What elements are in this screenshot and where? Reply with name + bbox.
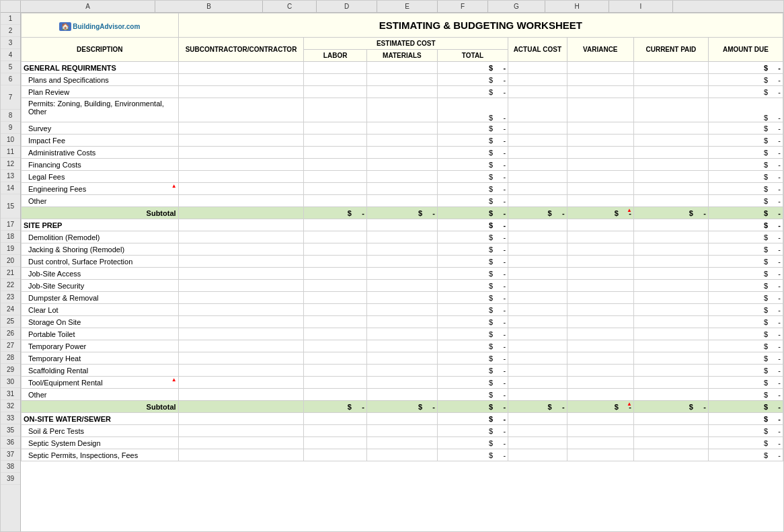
row6-i[interactable]: $ -: [708, 86, 783, 98]
row39-c[interactable]: [304, 449, 366, 461]
row23-b[interactable]: [178, 280, 304, 292]
row25-c[interactable]: [304, 304, 366, 316]
row24-e[interactable]: $ -: [437, 292, 508, 304]
row19-label[interactable]: Demolition (Remodel): [22, 231, 179, 243]
row5-f[interactable]: [508, 74, 567, 86]
row10-e[interactable]: $ -: [437, 147, 508, 159]
row6-h[interactable]: [633, 86, 708, 98]
row31-b[interactable]: [178, 377, 304, 389]
row29-g[interactable]: [567, 352, 633, 365]
row19-g[interactable]: [567, 231, 633, 243]
col-header-i[interactable]: I: [609, 1, 673, 12]
row26-f[interactable]: [508, 316, 567, 328]
row6-g[interactable]: [567, 86, 633, 98]
row12-label[interactable]: Legal Fees: [22, 171, 179, 183]
row7-i[interactable]: $ -: [708, 98, 783, 122]
row39-i[interactable]: $ -: [708, 449, 783, 461]
row21-d[interactable]: [366, 256, 437, 268]
row13-e[interactable]: $ -: [437, 183, 508, 195]
row30-label[interactable]: Scaffolding Rental: [22, 365, 179, 377]
row10-label[interactable]: Administrative Costs: [22, 147, 179, 159]
col-header-f[interactable]: F: [438, 1, 488, 12]
row11-f[interactable]: [508, 159, 567, 171]
row8-b[interactable]: [178, 122, 304, 135]
row37-e[interactable]: $ -: [437, 425, 508, 437]
row29-c[interactable]: [304, 352, 366, 365]
row12-b[interactable]: [178, 171, 304, 183]
row5-b[interactable]: [178, 74, 304, 86]
row14-c[interactable]: [304, 195, 366, 207]
row10-d[interactable]: [366, 147, 437, 159]
row22-f[interactable]: [508, 268, 567, 280]
row11-c[interactable]: [304, 159, 366, 171]
row13-i[interactable]: $ -: [708, 183, 783, 195]
row12-f[interactable]: [508, 171, 567, 183]
row19-i[interactable]: $ -: [708, 231, 783, 243]
row30-b[interactable]: [178, 365, 304, 377]
row5-d[interactable]: [366, 74, 437, 86]
row12-g[interactable]: [567, 171, 633, 183]
row7-e[interactable]: $ -: [437, 98, 508, 122]
sp18-d[interactable]: [366, 219, 437, 231]
row27-f[interactable]: [508, 328, 567, 340]
row13-b[interactable]: [178, 183, 304, 195]
row13-h[interactable]: [633, 183, 708, 195]
row23-h[interactable]: [633, 280, 708, 292]
row8-label[interactable]: Survey: [22, 122, 179, 135]
row32-label[interactable]: Other: [22, 389, 179, 401]
row14-e[interactable]: $ -: [437, 195, 508, 207]
row12-i[interactable]: $ -: [708, 171, 783, 183]
row39-d[interactable]: [366, 449, 437, 461]
row14-label[interactable]: Other: [22, 195, 179, 207]
sp18-i[interactable]: $ -: [708, 219, 783, 231]
row24-g[interactable]: [567, 292, 633, 304]
row31-g[interactable]: [567, 377, 633, 389]
row20-c[interactable]: [304, 243, 366, 256]
row19-c[interactable]: [304, 231, 366, 243]
row13-label[interactable]: Engineering Fees ▲: [22, 183, 179, 195]
row22-b[interactable]: [178, 268, 304, 280]
row23-e[interactable]: $ -: [437, 280, 508, 292]
row23-g[interactable]: [567, 280, 633, 292]
sp18-b[interactable]: [178, 219, 304, 231]
row20-i[interactable]: $ -: [708, 243, 783, 256]
row7-g[interactable]: [567, 98, 633, 122]
row23-i[interactable]: $ -: [708, 280, 783, 292]
row24-h[interactable]: [633, 292, 708, 304]
gen-f[interactable]: [508, 62, 567, 74]
row9-h[interactable]: [633, 135, 708, 147]
row29-i[interactable]: $ -: [708, 352, 783, 365]
row24-c[interactable]: [304, 292, 366, 304]
row37-f[interactable]: [508, 425, 567, 437]
row11-label[interactable]: Financing Costs: [22, 159, 179, 171]
row5-e[interactable]: $ -: [437, 74, 508, 86]
row19-b[interactable]: [178, 231, 304, 243]
row25-e[interactable]: $ -: [437, 304, 508, 316]
row29-f[interactable]: [508, 352, 567, 365]
row39-h[interactable]: [633, 449, 708, 461]
ws36-h[interactable]: [633, 413, 708, 425]
col-header-d[interactable]: D: [317, 1, 377, 12]
row8-g[interactable]: [567, 122, 633, 135]
row7-h[interactable]: [633, 98, 708, 122]
gen-c[interactable]: [304, 62, 366, 74]
row10-f[interactable]: [508, 147, 567, 159]
row37-d[interactable]: [366, 425, 437, 437]
col-header-c[interactable]: C: [263, 1, 317, 12]
row39-g[interactable]: [567, 449, 633, 461]
row8-f[interactable]: [508, 122, 567, 135]
row20-e[interactable]: $ -: [437, 243, 508, 256]
row12-d[interactable]: [366, 171, 437, 183]
row7-d[interactable]: [366, 98, 437, 122]
row12-e[interactable]: $ -: [437, 171, 508, 183]
row21-c[interactable]: [304, 256, 366, 268]
row5-i[interactable]: $ -: [708, 74, 783, 86]
row5-c[interactable]: [304, 74, 366, 86]
row28-i[interactable]: $ -: [708, 340, 783, 352]
row38-b[interactable]: [178, 437, 304, 449]
row22-h[interactable]: [633, 268, 708, 280]
row38-c[interactable]: [304, 437, 366, 449]
row30-h[interactable]: [633, 365, 708, 377]
row31-label[interactable]: Tool/Equipment Rental ▲: [22, 377, 179, 389]
row27-g[interactable]: [567, 328, 633, 340]
